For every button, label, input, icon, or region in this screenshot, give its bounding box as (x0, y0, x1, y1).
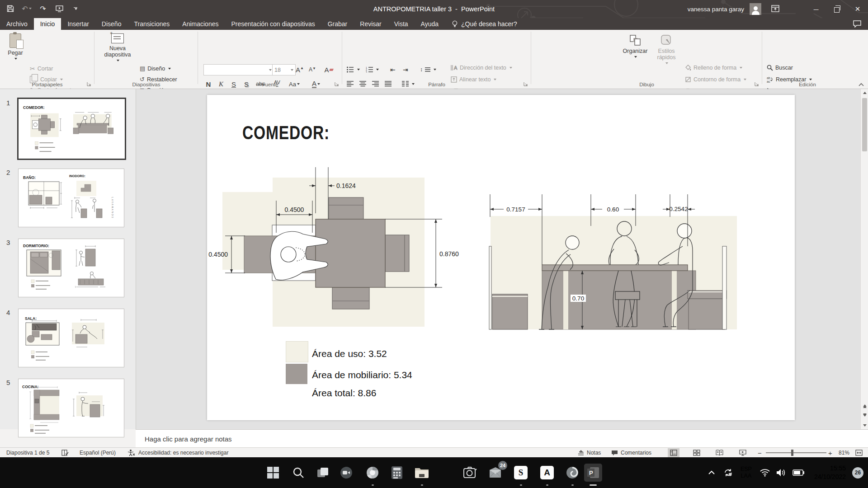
font-name-combo[interactable] (203, 64, 274, 75)
scroll-up-icon[interactable] (861, 89, 868, 97)
avatar[interactable] (750, 3, 761, 15)
dining-plan-drawing[interactable]: 0.1624 0.4500 0.4500 0.8760 (207, 167, 478, 348)
tab-transiciones[interactable]: Transiciones (127, 18, 176, 30)
thumbnail-slide-5[interactable]: COCINA: (18, 379, 124, 437)
file-explorer-app[interactable] (413, 464, 431, 482)
tab-ayuda[interactable]: Ayuda (415, 18, 445, 30)
battery-icon[interactable] (793, 469, 804, 476)
quick-styles-button: Estilos rápidos (652, 34, 680, 64)
slide-layout-button[interactable]: ▤Diseño (140, 63, 171, 74)
thumbnail-slide-4[interactable]: SALA: (18, 309, 124, 367)
new-slide-button[interactable]: Nueva diapositiva (103, 33, 132, 61)
tab-vista[interactable]: Vista (388, 18, 415, 30)
zoom-out-icon[interactable]: − (758, 448, 762, 458)
slide-canvas[interactable]: COMEDOR: (207, 95, 795, 420)
restore-button[interactable] (826, 0, 847, 18)
close-button[interactable]: ✕ (847, 0, 868, 18)
fit-to-window-icon[interactable] (855, 450, 863, 456)
save-icon[interactable] (5, 4, 15, 14)
next-slide-icon[interactable] (861, 412, 868, 419)
notes-pane[interactable]: Haga clic para agregar notas (136, 429, 868, 448)
tab-inicio[interactable]: Inicio (34, 18, 61, 30)
notes-placeholder[interactable]: Haga clic para agregar notas (145, 435, 232, 443)
sync-icon[interactable] (723, 468, 733, 478)
font-dialog-launcher[interactable] (334, 81, 340, 87)
zoom-level[interactable]: 81% (839, 448, 849, 458)
camera-app[interactable] (461, 464, 479, 482)
account-area[interactable]: vanessa panta garay (688, 0, 779, 18)
clipboard-dialog-launcher[interactable] (86, 81, 92, 87)
search-button[interactable] (289, 464, 307, 482)
find-button[interactable]: Buscar (767, 62, 793, 73)
slide-title[interactable]: COMEDOR: (242, 122, 330, 144)
arrange-button[interactable]: Organizar (622, 34, 649, 58)
tab-presentacion[interactable]: Presentación con diapositivas (225, 18, 321, 30)
share-comments-icon[interactable] (853, 20, 862, 28)
view-slide-sorter[interactable] (691, 448, 703, 457)
scroll-thumb[interactable] (862, 98, 867, 151)
browser-app[interactable] (363, 464, 382, 482)
group-label-clipboard: Portapapeles (0, 82, 94, 87)
minimize-button[interactable]: ─ (806, 0, 826, 18)
drawing-dialog-launcher[interactable] (754, 81, 760, 87)
powerpoint-app[interactable]: P (584, 464, 602, 482)
paragraph-dialog-launcher[interactable] (523, 81, 528, 87)
view-reading[interactable] (713, 448, 725, 457)
clear-formatting-icon[interactable]: A (323, 64, 335, 75)
spellcheck-icon[interactable] (61, 450, 69, 456)
tab-grabar[interactable]: Grabar (321, 18, 354, 30)
dining-elevation-drawing[interactable]: 0.7157 0.60 0.2542 0.70 (488, 183, 741, 332)
calculator-app[interactable] (388, 464, 406, 482)
app-a-tile[interactable]: A (538, 464, 556, 482)
notes-toggle[interactable]: Notas (578, 448, 601, 458)
decrease-indent-icon[interactable]: ⇤ (390, 64, 396, 75)
zoom-slider-track[interactable] (766, 452, 826, 453)
start-slideshow-icon[interactable] (54, 4, 64, 14)
chat-app[interactable] (337, 464, 355, 482)
tab-revisar[interactable]: Revisar (354, 18, 387, 30)
thumbnail-slide-1[interactable]: COMEDOR: (17, 98, 126, 160)
thumbnail-slide-3[interactable]: DORMITORIO: (18, 239, 124, 297)
task-view-button[interactable] (314, 464, 332, 482)
tab-animaciones[interactable]: Animaciones (176, 18, 225, 30)
bullets-button[interactable] (347, 64, 360, 75)
language-switcher[interactable]: ESPLAA (741, 466, 752, 479)
view-normal[interactable] (668, 448, 679, 457)
slide-scrollbar[interactable] (860, 89, 868, 429)
redo-icon[interactable]: ↷ (38, 4, 48, 14)
zoom-slider-thumb[interactable] (791, 450, 793, 456)
tab-insertar[interactable]: Insertar (61, 18, 95, 30)
app-s-tile[interactable]: S (512, 464, 530, 482)
mail-app[interactable]: 24 (486, 464, 505, 482)
font-size-combo[interactable]: 18 (272, 64, 296, 75)
increase-font-icon[interactable]: A▲ (294, 64, 306, 75)
increase-indent-icon[interactable]: ⇥ (403, 64, 408, 75)
app-swirl[interactable] (563, 464, 581, 482)
notification-badge[interactable]: 26 (852, 467, 863, 479)
previous-slide-icon[interactable] (861, 402, 868, 409)
accessibility-icon[interactable] (127, 449, 135, 456)
comments-toggle[interactable]: Comentarios (611, 448, 651, 458)
ribbon-display-options-icon[interactable] (771, 5, 779, 14)
wifi-icon[interactable] (760, 469, 770, 477)
tray-chevron-icon[interactable] (708, 470, 715, 475)
accessibility-status[interactable]: Accesibilidad: es necesario investigar (138, 448, 228, 458)
numbering-button[interactable]: 123 (366, 64, 379, 75)
zoom-in-icon[interactable]: + (828, 448, 832, 458)
view-slideshow[interactable] (737, 448, 749, 457)
tab-diseno[interactable]: Diseño (95, 18, 128, 30)
line-spacing-button[interactable]: ↕ (420, 64, 436, 75)
slide-counter[interactable]: Diapositiva 1 de 5 (6, 448, 49, 458)
volume-icon[interactable] (776, 469, 786, 477)
language-indicator[interactable]: Español (Perú) (80, 448, 116, 458)
scroll-down-icon[interactable] (861, 422, 868, 429)
tell-me-search[interactable]: ¿Qué desea hacer? (452, 18, 517, 30)
clock[interactable]: 15:55 24/10/2022 (814, 464, 846, 481)
decrease-font-icon[interactable]: A▼ (307, 64, 318, 75)
customize-qat-icon[interactable] (71, 4, 80, 14)
thumbnail-slide-2[interactable]: BAÑO: INODORO: (18, 169, 124, 227)
start-button[interactable] (264, 464, 282, 482)
tab-archivo[interactable]: Archivo (0, 18, 34, 30)
paste-button[interactable]: Pegar (5, 33, 25, 60)
collapse-ribbon-icon[interactable] (858, 82, 864, 87)
